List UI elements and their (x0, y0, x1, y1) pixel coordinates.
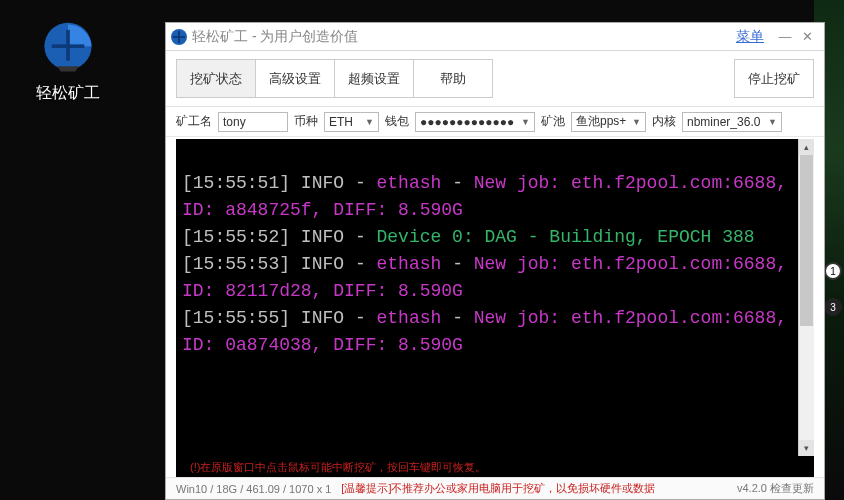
app-window: 轻松矿工 - 为用户创造价值 菜单 — ✕ 挖矿状态 高级设置 超频设置 帮助 … (165, 22, 825, 500)
status-warning: [温馨提示]不推荐办公或家用电脑用于挖矿，以免损坏硬件或数据 (341, 481, 655, 496)
kernel-label: 内核 (652, 113, 676, 130)
status-version[interactable]: v4.2.0 检查更新 (737, 481, 814, 496)
titlebar-app-icon (170, 28, 188, 46)
app-icon (39, 19, 97, 77)
side-badges: 1 3 (824, 262, 842, 316)
scroll-up-button[interactable]: ▴ (799, 139, 814, 155)
statusbar: Win10 / 18G / 461.09 / 1070 x 1 [温馨提示]不推… (166, 477, 824, 499)
pool-select[interactable]: 鱼池pps+ ▼ (571, 112, 646, 132)
config-row: 矿工名 币种 ETH ▼ 钱包 ●●●●●●●●●●●●● ▼ 矿池 鱼池pps… (166, 107, 824, 137)
wallet-select[interactable]: ●●●●●●●●●●●●● ▼ (415, 112, 535, 132)
coin-label: 币种 (294, 113, 318, 130)
status-system: Win10 / 18G / 461.09 / 1070 x 1 (176, 483, 331, 495)
pool-label: 矿池 (541, 113, 565, 130)
tab-help[interactable]: 帮助 (413, 59, 493, 98)
chevron-down-icon: ▼ (768, 117, 777, 127)
chevron-down-icon: ▼ (365, 117, 374, 127)
chevron-down-icon: ▼ (521, 117, 530, 127)
chevron-down-icon: ▼ (632, 117, 641, 127)
pool-select-value: 鱼池pps+ (576, 113, 626, 130)
tab-mining-status[interactable]: 挖矿状态 (176, 59, 256, 98)
wallet-select-value: ●●●●●●●●●●●●● (420, 115, 514, 129)
console-scrollbar[interactable]: ▴ ▾ (798, 139, 814, 456)
side-badge-2[interactable]: 3 (824, 298, 842, 316)
scrollbar-track[interactable] (799, 155, 814, 440)
stop-mining-button[interactable]: 停止挖矿 (734, 59, 814, 98)
menu-link[interactable]: 菜单 (736, 28, 764, 46)
desktop-shortcut[interactable]: 轻松矿工 (10, 15, 125, 110)
window-title: 轻松矿工 - 为用户创造价值 (192, 28, 358, 46)
scrollbar-thumb[interactable] (800, 155, 813, 326)
desktop-shortcut-label: 轻松矿工 (36, 83, 100, 104)
kernel-select-value: nbminer_36.0 (687, 115, 760, 129)
close-button[interactable]: ✕ (796, 28, 818, 46)
console-hint: (!)在原版窗口中点击鼠标可能中断挖矿，按回车键即可恢复。 (176, 456, 814, 477)
console-area: . [15:55:51] INFO - ethash - New job: et… (176, 139, 814, 456)
worker-label: 矿工名 (176, 113, 212, 130)
toolbar: 挖矿状态 高级设置 超频设置 帮助 停止挖矿 (166, 51, 824, 107)
tab-overclock-settings[interactable]: 超频设置 (334, 59, 414, 98)
scroll-down-button[interactable]: ▾ (799, 440, 814, 456)
worker-input[interactable] (218, 112, 288, 132)
titlebar: 轻松矿工 - 为用户创造价值 菜单 — ✕ (166, 23, 824, 51)
svg-rect-5 (173, 36, 185, 38)
side-badge-1[interactable]: 1 (824, 262, 842, 280)
wallet-label: 钱包 (385, 113, 409, 130)
console-output: . [15:55:51] INFO - ethash - New job: et… (176, 139, 798, 456)
kernel-select[interactable]: nbminer_36.0 ▼ (682, 112, 782, 132)
coin-select[interactable]: ETH ▼ (324, 112, 379, 132)
coin-select-value: ETH (329, 115, 353, 129)
minimize-button[interactable]: — (774, 28, 796, 46)
svg-rect-2 (51, 44, 84, 48)
tab-advanced-settings[interactable]: 高级设置 (255, 59, 335, 98)
